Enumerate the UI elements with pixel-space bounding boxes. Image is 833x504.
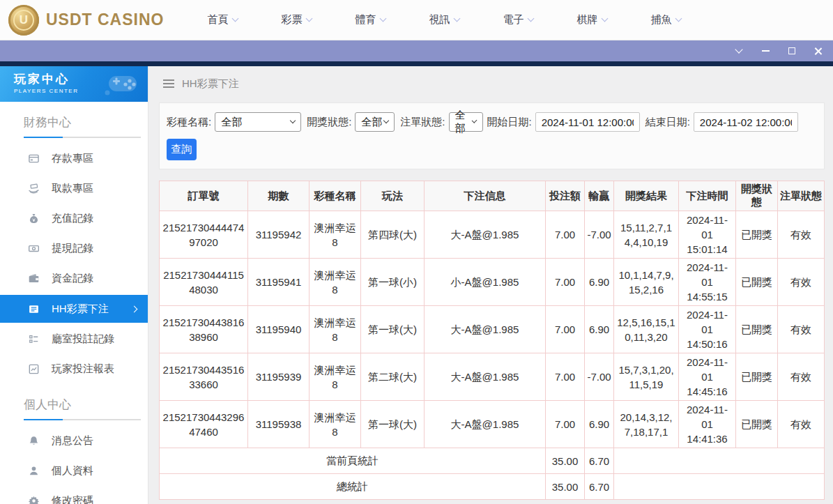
- section-underline: [24, 419, 141, 420]
- window-close-button[interactable]: [813, 46, 823, 56]
- table-header-cell: 輸贏: [585, 181, 614, 211]
- table-cell: 澳洲幸运8: [309, 306, 361, 353]
- table-cell: 2024-11-01 14:45:16: [679, 353, 736, 401]
- table-header-row: 訂單號期數彩種名稱玩法下注信息投注額輸贏開獎結果下注時間開獎狀態注單狀態: [160, 181, 825, 211]
- sidebar-item-ticket-list[interactable]: HH彩票下注: [0, 295, 148, 323]
- sidebar-item-gear[interactable]: 修改密碼: [0, 486, 148, 504]
- table-cell: 20,14,3,12,7,18,17,1: [614, 401, 679, 448]
- end-date-label: 結束日期:: [645, 116, 690, 129]
- table-cell: 第二球(大): [361, 353, 425, 401]
- lottery-name-value: 全部: [221, 116, 242, 129]
- sidebar-item-deposit-card[interactable]: 存款專區: [0, 144, 148, 174]
- chevron-down-icon: [735, 45, 742, 53]
- table-cell: 第一球(大): [361, 306, 425, 353]
- table-cell: 第一球(小): [361, 259, 425, 306]
- window-maximize-button[interactable]: [787, 46, 797, 56]
- table-cell: 7.00: [546, 306, 585, 353]
- chevron-down-icon: [232, 15, 239, 22]
- sidebar-item-label: 存款專區: [52, 152, 93, 165]
- table-cell: 7.00: [546, 353, 585, 401]
- coin-letter: U: [13, 10, 34, 31]
- chevron-down-icon: [528, 15, 535, 22]
- draw-status-select[interactable]: 全部: [355, 112, 395, 132]
- brand-logo[interactable]: U USDT CASINO: [8, 5, 164, 36]
- table-cell: 已開獎: [736, 211, 778, 259]
- table-header-cell: 下注信息: [425, 181, 546, 211]
- chevron-down-icon: [602, 15, 609, 22]
- nav-item[interactable]: 捕魚: [650, 13, 681, 26]
- table-cell: 小-A盤@1.985: [425, 259, 546, 306]
- table-cell: 已開獎: [736, 401, 778, 448]
- nav-item[interactable]: 視訊: [429, 13, 459, 26]
- table-cell: 15,7,3,1,20,11,5,19: [614, 353, 679, 401]
- report-chart-icon: [28, 363, 40, 375]
- table-header-cell: 投注額: [546, 181, 585, 211]
- table-cell: 澳洲幸运8: [309, 259, 361, 306]
- nav-item-label: 彩票: [281, 13, 302, 26]
- nav-item-label: 體育: [355, 13, 376, 26]
- sidebar-item-report-chart[interactable]: 玩家投注報表: [0, 354, 148, 384]
- table-cell: 2024-11-01 14:50:16: [679, 306, 736, 353]
- table-header-cell: 下注時間: [679, 181, 736, 211]
- summary-bet-cell: 35.00: [546, 448, 585, 474]
- table-cell: 31195939: [248, 353, 309, 401]
- sidebar-item-moneybag[interactable]: 充值記錄: [0, 204, 148, 234]
- table-cell: 有效: [778, 401, 825, 448]
- table-cell: 15,11,2,7,14,4,10,19: [614, 211, 679, 259]
- nav-item[interactable]: 首頁: [207, 13, 238, 26]
- sidebar-item-hall-records[interactable]: 廳室投註記錄: [0, 324, 148, 354]
- table-cell: 2152173044411548030: [160, 259, 248, 306]
- top-nav: 首頁彩票體育視訊電子棋牌捕魚: [207, 13, 681, 26]
- lottery-name-select[interactable]: 全部: [215, 112, 301, 132]
- summary-empty-cell: [614, 448, 825, 474]
- summary-empty-cell: [614, 474, 825, 500]
- table-cell: 2152173044329647460: [160, 401, 248, 448]
- search-button[interactable]: 查詢: [167, 139, 197, 160]
- sidebar-item-label: HH彩票下注: [52, 303, 109, 316]
- nav-item[interactable]: 電子: [503, 13, 533, 26]
- end-date-input[interactable]: [694, 112, 798, 132]
- start-date-input[interactable]: [535, 112, 640, 132]
- table-cell: 2024-11-01 14:41:36: [679, 401, 736, 448]
- table-cell: 有效: [778, 259, 825, 306]
- deposit-card-icon: [28, 153, 40, 165]
- chevron-down-icon: [675, 15, 682, 22]
- top-header: U USDT CASINO 首頁彩票體育視訊電子棋牌捕魚: [0, 0, 833, 40]
- total-summary-row: 總統計35.006.70: [160, 474, 825, 500]
- table-cell: 7.00: [546, 259, 585, 306]
- main-area: HH彩票下注 彩種名稱: 全部 開獎狀態: 全部 注單狀態: 全部: [148, 66, 833, 504]
- nav-item[interactable]: 彩票: [281, 13, 312, 26]
- sidebar-item-withdraw-hand[interactable]: 取款專區: [0, 174, 148, 204]
- lottery-name-label: 彩種名稱:: [167, 116, 211, 129]
- order-status-select[interactable]: 全部: [449, 112, 483, 132]
- table-cell: 31195941: [248, 259, 309, 306]
- table-cell: 2152173044381638960: [160, 306, 248, 353]
- summary-label-cell: 總統計: [160, 474, 546, 500]
- window-collapse-button[interactable]: [734, 46, 744, 56]
- nav-item[interactable]: 體育: [355, 13, 385, 26]
- window-controls: [734, 46, 823, 56]
- sidebar-item-bell[interactable]: 消息公告: [0, 426, 148, 456]
- menu-toggle-icon[interactable]: [163, 79, 174, 88]
- table-cell: 已開獎: [736, 306, 778, 353]
- sidebar-item-wallet[interactable]: 資金記錄: [0, 264, 148, 293]
- order-status-label: 注單狀態:: [400, 116, 445, 129]
- table-cell: 已開獎: [736, 353, 778, 401]
- chevron-right-icon: [131, 305, 138, 312]
- table-cell: 31195942: [248, 211, 309, 259]
- sidebar-item-user[interactable]: 個人資料: [0, 456, 148, 486]
- draw-status-value: 全部: [361, 116, 382, 129]
- sidebar-section: 財務中心存款專區取款專區充值記錄提現記錄資金記錄HH彩票下注廳室投註記錄玩家投注…: [0, 102, 148, 384]
- sidebar-header: 玩家中心 PLAYERS CENTER: [0, 66, 148, 102]
- table-cell: 7.00: [546, 401, 585, 448]
- table-cell: 31195940: [248, 306, 309, 353]
- table-cell: 有效: [778, 211, 825, 259]
- table-cell: 2024-11-01 14:55:15: [679, 259, 736, 306]
- bets-table: 訂單號期數彩種名稱玩法下注信息投注額輸贏開獎結果下注時間開獎狀態注單狀態 215…: [159, 181, 825, 500]
- window-minimize-button[interactable]: [761, 46, 770, 56]
- wallet-icon: [28, 273, 40, 284]
- sidebar-item-cash[interactable]: 提現記錄: [0, 234, 148, 264]
- nav-item[interactable]: 棋牌: [576, 13, 607, 26]
- sidebar-item-label: 消息公告: [52, 434, 93, 448]
- sidebar: 玩家中心 PLAYERS CENTER 財務中心存款專區取款專區充值記錄提現記錄…: [0, 66, 148, 504]
